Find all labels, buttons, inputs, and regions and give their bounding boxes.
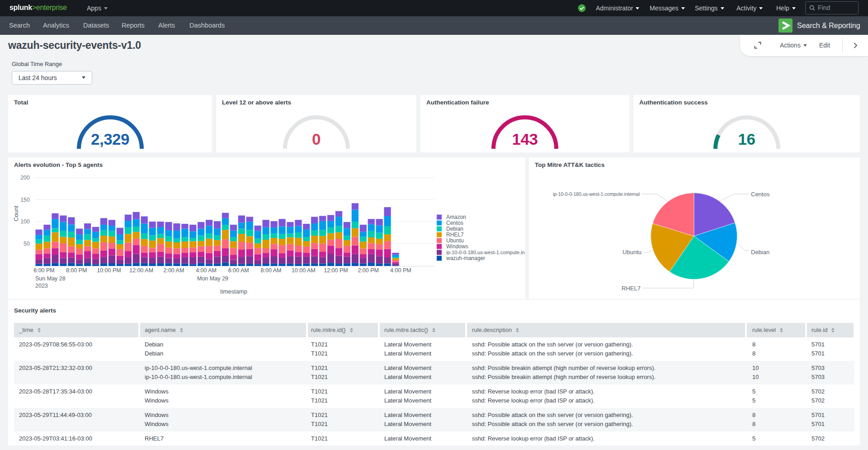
svg-text:4:00 PM: 4:00 PM [390,267,411,274]
svg-text:RHEL7: RHEL7 [446,232,464,238]
svg-text:2:00 PM: 2:00 PM [358,267,379,274]
svg-text:RHEL7: RHEL7 [622,285,641,292]
svg-text:100: 100 [20,218,30,225]
svg-text:Mon May 29: Mon May 29 [197,275,228,282]
svg-text:2:00 AM: 2:00 AM [163,267,184,274]
svg-text:Centos: Centos [446,220,463,226]
svg-text:Ubuntu: Ubuntu [446,237,464,244]
svg-text:6:00 PM: 6:00 PM [33,267,55,274]
svg-text:Sun May 28: Sun May 28 [35,275,66,282]
svg-text:10:00 AM: 10:00 AM [292,267,316,274]
svg-text:50: 50 [24,241,30,247]
svg-text:wazuh-manager: wazuh-manager [446,255,485,261]
svg-text:timestamp: timestamp [220,288,247,295]
svg-text:6:00 AM: 6:00 AM [228,267,249,274]
svg-text:8:00 AM: 8:00 AM [261,267,282,274]
svg-text:Ubuntu: Ubuntu [623,249,642,256]
svg-text:Windows: Windows [446,243,468,250]
svg-text:12:00 PM: 12:00 PM [324,267,348,274]
svg-text:ip-10-0-0-180.us-west-1.comput: ip-10-0-0-180.us-west-1.compute.internal [553,191,640,197]
svg-text:Debian: Debian [751,249,769,256]
svg-text:150: 150 [20,197,30,203]
svg-text:8:00 PM: 8:00 PM [66,267,87,274]
svg-text:4:00 AM: 4:00 AM [196,267,217,274]
svg-text:Count: Count [13,205,19,221]
svg-text:Amazon: Amazon [446,214,466,220]
svg-text:ip-10-0-0-180.us-west-1.comput: ip-10-0-0-180.us-west-1.compute.in... [446,250,525,255]
svg-text:200: 200 [20,175,30,181]
svg-text:12:00 AM: 12:00 AM [129,267,153,274]
svg-text:Centos: Centos [751,191,770,198]
svg-text:Debian: Debian [446,226,463,232]
svg-text:2023: 2023 [35,283,48,289]
svg-text:10:00 PM: 10:00 PM [97,267,121,274]
